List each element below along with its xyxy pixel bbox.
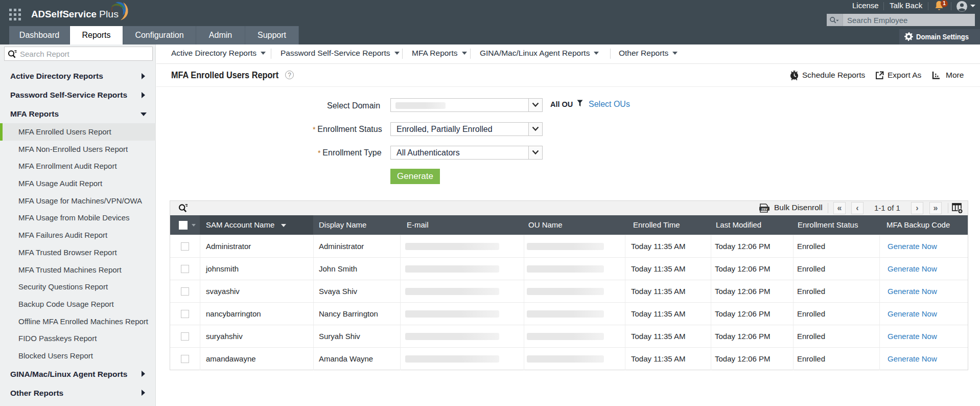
svg-text:ADSelfService: ADSelfService [31,9,97,19]
svg-text:csv: csv [761,207,767,211]
